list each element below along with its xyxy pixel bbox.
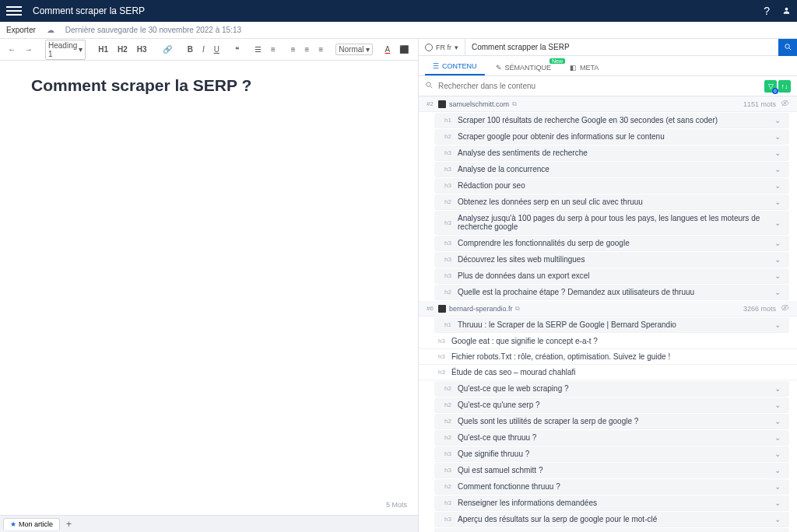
tab-semantique[interactable]: ✎ SÉMANTIQUE New — [488, 60, 560, 75]
list-ol-button[interactable]: ≡ — [268, 44, 279, 55]
source-domain[interactable]: bernard-sperandio.fr ⧉ — [438, 305, 739, 313]
h3-button[interactable]: H3 — [134, 44, 150, 55]
outline-item[interactable]: h2Quels sont les utilités de scraper la … — [434, 414, 789, 429]
chevron-down-icon[interactable]: ⌄ — [772, 198, 783, 206]
outline-item[interactable]: h2Obtenez les données serp en un seul cl… — [434, 194, 789, 210]
chevron-down-icon[interactable]: ⌄ — [772, 288, 783, 296]
outline-item[interactable]: h3Aperçu des résultats sur la serp de go… — [434, 512, 789, 527]
outline-item[interactable]: h2Quelle est la prochaine étape ? Demand… — [434, 285, 789, 300]
link-icon[interactable]: 🔗 — [160, 44, 175, 55]
outline-item[interactable]: h2Qu'est-ce que thruuu ?⌄ — [434, 430, 789, 446]
language-selector[interactable]: FR fr ▾ — [419, 39, 465, 55]
editor-body[interactable]: Comment scraper la SERP ? 5 Mots — [0, 61, 418, 515]
chevron-down-icon[interactable]: ⌄ — [772, 433, 783, 442]
outline-item[interactable]: h3Renseigner les informations demandées⌄ — [434, 495, 789, 511]
chevron-down-icon[interactable]: ⌄ — [772, 384, 783, 393]
source-row[interactable]: #6bernard-sperandio.fr ⧉3266 mots — [419, 301, 797, 317]
outline-item[interactable]: h3Analysez jusqu'à 100 pages du serp à p… — [434, 211, 789, 235]
text-color-button[interactable]: A — [382, 44, 394, 55]
chevron-down-icon[interactable]: ⌄ — [772, 499, 783, 507]
visibility-icon[interactable] — [781, 303, 789, 313]
outline-item[interactable]: h2Qu'est-ce que le web scraping ?⌄ — [434, 381, 789, 397]
outline-item[interactable]: h1Scraper 100 résultats de recherche Goo… — [434, 113, 789, 128]
h2-button[interactable]: H2 — [114, 44, 131, 55]
outline-item[interactable]: h3Rédaction pour seo⌄ — [434, 178, 789, 194]
align-left-button[interactable]: ≡ — [288, 44, 299, 55]
outline-item[interactable]: h1Thruuu : le Scraper de la SERP de Goog… — [434, 317, 789, 333]
outline-item[interactable]: h3Détails des résultats de la serp⌄ — [434, 528, 789, 532]
redo-button[interactable]: → — [22, 44, 36, 55]
external-link-icon[interactable]: ⧉ — [515, 305, 520, 313]
chevron-down-icon[interactable]: ⌄ — [772, 515, 783, 523]
chevron-down-icon[interactable]: ⌄ — [772, 482, 783, 491]
sort-button[interactable]: ↑↓ — [778, 80, 791, 93]
italic-button[interactable]: I — [199, 44, 208, 55]
content-search-input[interactable] — [438, 82, 760, 90]
chevron-down-icon[interactable]: ⌄ — [772, 239, 783, 247]
source-row[interactable]: #2samuelschmitt.com ⧉1151 mots — [419, 96, 797, 112]
bold-button[interactable]: B — [184, 44, 196, 55]
serp-query-input[interactable] — [465, 39, 778, 55]
chevron-down-icon[interactable]: ⌄ — [772, 401, 783, 409]
h1-button[interactable]: H1 — [95, 44, 111, 55]
export-button[interactable]: Exporter — [6, 26, 36, 34]
outline-item[interactable]: h3Découvrez les sites web multilingues⌄ — [434, 252, 789, 268]
outline-item-text: Quels sont les utilités de scraper la se… — [458, 417, 766, 425]
source-rank: #2 — [427, 100, 434, 107]
paragraph-select[interactable]: Normal ▾ — [335, 44, 372, 55]
outline-item[interactable]: h3Analyse de la concurrence⌄ — [434, 162, 789, 177]
chevron-down-icon[interactable]: ⌄ — [772, 417, 783, 425]
chevron-down-icon[interactable]: ⌄ — [772, 320, 783, 329]
document-h1[interactable]: Comment scraper la SERP ? — [31, 76, 387, 95]
heading-tag-label: h3 — [441, 166, 451, 173]
list-ul-button[interactable]: ☰ — [251, 44, 265, 55]
user-icon[interactable] — [782, 5, 791, 17]
chevron-down-icon[interactable]: ⌄ — [772, 149, 783, 157]
tab-meta[interactable]: ◧ META — [562, 60, 606, 75]
search-button[interactable] — [778, 39, 797, 56]
quote-button[interactable]: ❝ — [232, 44, 242, 55]
outline-item[interactable]: h3Étude de cas seo – mourad chahlafi — [419, 365, 797, 380]
add-tab-button[interactable]: + — [60, 517, 78, 531]
cloud-icon: ☁ — [47, 26, 54, 34]
tab-contenu[interactable]: ☰ CONTENU — [425, 58, 485, 75]
outline-item[interactable]: h3Google eat : que signifie le concept e… — [419, 334, 797, 349]
outline-item[interactable]: h3Analyse des sentiments de recherche⌄ — [434, 145, 789, 161]
outline-item-text: Étude de cas seo – mourad chahlafi — [451, 368, 789, 376]
heading-tag-label: h2 — [441, 198, 451, 205]
align-right-button[interactable]: ≡ — [315, 44, 326, 55]
align-center-button[interactable]: ≡ — [302, 44, 313, 55]
heading-select[interactable]: Heading 1 ▾ — [45, 40, 86, 60]
list-icon: ☰ — [433, 62, 439, 70]
help-icon[interactable]: ? — [764, 5, 770, 17]
outline-item[interactable]: h3Que signifie thruuu ?⌄ — [434, 446, 789, 462]
content-list[interactable]: #2samuelschmitt.com ⧉1151 motsh1Scraper … — [419, 96, 797, 532]
outline-item[interactable]: h3Plus de données dans un export excel⌄ — [434, 268, 789, 284]
chevron-down-icon[interactable]: ⌄ — [772, 466, 783, 474]
filter-button[interactable]: ▽0 — [764, 80, 777, 93]
chevron-down-icon[interactable]: ⌄ — [772, 219, 783, 227]
undo-button[interactable]: ← — [5, 44, 19, 55]
heading-tag-label: h1 — [441, 117, 451, 124]
outline-item[interactable]: h2Scraper google pour obtenir des inform… — [434, 129, 789, 145]
outline-item-text: Que signifie thruuu ? — [458, 450, 766, 458]
visibility-icon[interactable] — [781, 99, 789, 109]
menu-icon[interactable] — [6, 4, 22, 18]
outline-item[interactable]: h3Qui est samuel schmitt ?⌄ — [434, 463, 789, 478]
chevron-down-icon[interactable]: ⌄ — [772, 165, 783, 173]
chevron-down-icon[interactable]: ⌄ — [772, 181, 783, 190]
chevron-down-icon[interactable]: ⌄ — [772, 450, 783, 458]
article-tab[interactable]: ★ Mon article — [3, 518, 60, 530]
underline-button[interactable]: U — [211, 44, 223, 55]
outline-item[interactable]: h3Comprendre les fonctionnalités du serp… — [434, 236, 789, 251]
chevron-down-icon[interactable]: ⌄ — [772, 271, 783, 280]
outline-item[interactable]: h2Comment fonctionne thruuu ?⌄ — [434, 479, 789, 495]
chevron-down-icon[interactable]: ⌄ — [772, 132, 783, 141]
source-domain[interactable]: samuelschmitt.com ⧉ — [438, 100, 739, 108]
outline-item[interactable]: h2Qu'est-ce qu'une serp ?⌄ — [434, 397, 789, 413]
chevron-down-icon[interactable]: ⌄ — [772, 116, 783, 124]
external-link-icon[interactable]: ⧉ — [512, 100, 517, 108]
chevron-down-icon[interactable]: ⌄ — [772, 255, 783, 264]
outline-item[interactable]: h3Fichier robots.Txt : rôle, création, o… — [419, 349, 797, 365]
highlight-button[interactable]: ⬛ — [396, 44, 412, 55]
